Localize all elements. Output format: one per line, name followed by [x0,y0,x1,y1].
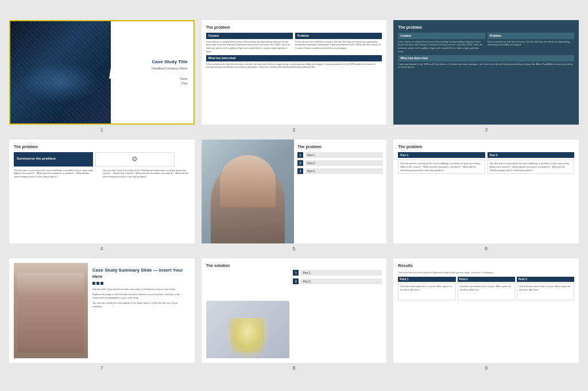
slide2-context-text: Lorem Ipsum is simply dummy text of the … [206,40,293,53]
slide3-title: The problem [398,25,574,30]
slide8-number: 8 [202,365,387,371]
slide2-context-problem: Context Lorem Ipsum is simply dummy text… [206,33,382,53]
slide4-number: 4 [9,246,195,251]
slide6-title: The problem [398,144,574,149]
slide9-points: Point 1Text that summarizes the # 1 poin… [398,277,574,301]
slide7-image [14,263,88,358]
slide5-parts: The problem 1Part 12Part 23Part 3 [294,140,386,244]
slide6-part1-header: Part 1 [398,152,485,158]
slide5-title: The problem [297,144,383,149]
slide6-headers: Part 1 Part 2 [398,152,574,158]
slide7-body3: You can also modify the color palette of… [92,301,185,308]
slide3-context-text: Lorem Ipsum is simply dummy text of the … [398,40,485,53]
dot-3 [100,282,103,285]
part-item: 1Part 1 [293,270,382,276]
slide-3: The problem Context Lorem Ipsum is simpl… [393,20,579,133]
slide5-number: 5 [202,246,387,251]
slide2-what-tried-text: It has survived not only five centuries,… [206,63,382,69]
slide7-accent-dots [92,282,185,285]
slide6-part2-header: Part 2 [488,152,574,158]
slide-6: The problem Part 1 Part 2 Use this area … [393,140,579,252]
slide-8: The solution 1Part 12Part 2 8 [202,258,387,371]
slide3-problem-text: It has survived not only five centuries,… [488,40,574,47]
slide3-context-header: Context [398,33,485,39]
point-header: Point 1 [398,277,455,282]
slide3-context-col: Context Lorem Ipsum is simply dummy text… [398,33,485,53]
slide3-number: 3 [393,127,579,133]
slide2-problem-header: Problem [295,33,382,39]
slide6-number: 6 [393,246,579,251]
part-label: Part 2 [300,278,382,284]
point-text: Text that summarizes the # 1 point. More… [458,283,515,300]
slide7-heading: Case Study Summary Slide — Insert Your H… [92,268,185,280]
slide6-content: Use this area to summarize the exact cha… [398,160,574,174]
point-col: Point 3Text that summarizes the # 1 poin… [517,277,574,301]
slide3-problem-header: Problem [488,33,574,39]
gear-icon: ⚙ [131,155,138,164]
slide1-name: Name [180,77,187,80]
slide8-parts-list: 1Part 12Part 2 [293,270,382,284]
slide9-number: 9 [393,365,579,371]
slide1-number: 1 [9,127,195,133]
slide9-subtext: Use the boxes and icons below to illustr… [398,271,574,274]
part-item: 1Part 1 [297,152,383,158]
slide3-what-tried-label: What has been tried [398,55,574,61]
slide2-context-col: Context Lorem Ipsum is simply dummy text… [206,33,293,53]
slide4-action-row: Summarize the problem ⚙ [14,152,190,167]
slide7-number: 7 [9,365,195,371]
slide-2: The problem Context Lorem Ipsum is simpl… [202,20,387,133]
part-num: 1 [293,270,299,276]
slide-4: The problem Summarize the problem ⚙ Use … [9,140,195,252]
slide1-name-date: Name Date [180,76,187,86]
point-text: Text that summarizes the # 1 point. More… [398,283,455,300]
slide5-parts-list: 1Part 12Part 23Part 3 [297,152,383,174]
slide3-what-tried-text: It was popularized in the 1960s with the… [398,63,574,69]
part-item: 3Part 3 [297,168,383,174]
part-num: 2 [293,278,299,284]
slide4-summarize-box: Summarize the problem [14,152,93,167]
part-label: Part 2 [305,160,383,166]
slide4-two-col: Use this area to summarize the exact cha… [14,169,190,179]
part-num: 3 [297,168,303,174]
part-label: Part 1 [305,152,383,158]
part-item: 2Part 2 [297,160,383,166]
dot-1 [92,282,95,285]
part-num: 1 [297,152,303,158]
point-col: Point 2Text that summarizes the # 1 poin… [458,277,515,301]
slide1-text: Case Study Title Headline/Company Name N… [111,21,193,123]
slide6-part1-content: Use this area to summarize the exact cha… [398,160,485,174]
part-label: Part 3 [305,168,383,174]
point-text: Text that summarizes the # 1 point. More… [517,283,574,300]
slide4-col2-text: Use two text boxes if you have a lot of … [103,169,189,179]
slide1-subtitle: Headline/Company Name [152,67,188,71]
slide1-title: Case Study Title [152,59,188,65]
point-header: Point 3 [517,277,574,282]
slide7-text: Case Study Summary Slide — Insert Your H… [88,263,190,358]
slide-1: Case Study Title Headline/Company Name N… [9,20,195,133]
slide1-date: Date [181,82,188,85]
slide2-number: 2 [202,127,387,133]
slide4-col1-text: Use this area to summarize the exact cha… [14,169,100,179]
slide6-part2-content: Use this area to summarize the exact cha… [488,160,574,174]
slide9-title: Results [398,263,574,268]
slide4-title: The problem [14,144,190,149]
part-item: 2Part 2 [293,278,382,284]
dot-2 [96,282,99,285]
part-num: 2 [297,160,303,166]
slide2-context-header: Context [206,33,293,39]
slide2-problem-text: It has survived not only five centuries,… [295,40,382,50]
slide3-context-problem: Context Lorem Ipsum is simply dummy text… [398,33,574,53]
point-col: Point 1Text that summarizes the # 1 poin… [398,277,455,301]
slide5-image [202,140,294,244]
slide2-title: The problem [206,25,382,30]
slide7-body1: Use this slide if you want to provide a … [92,288,185,291]
slide-9: Results Use the boxes and icons below to… [393,258,579,371]
slide3-problem-col: Problem It has survived not only five ce… [488,33,574,53]
point-header: Point 2 [458,277,515,282]
slide7-body2: Replace the image on the left with one t… [92,293,185,300]
slide1-image [10,21,111,123]
part-label: Part 1 [300,270,382,276]
slide8-image [206,301,289,358]
slide8-parts: 1Part 12Part 2 [293,270,382,287]
slide-5: The problem 1Part 12Part 23Part 3 5 [202,140,387,252]
